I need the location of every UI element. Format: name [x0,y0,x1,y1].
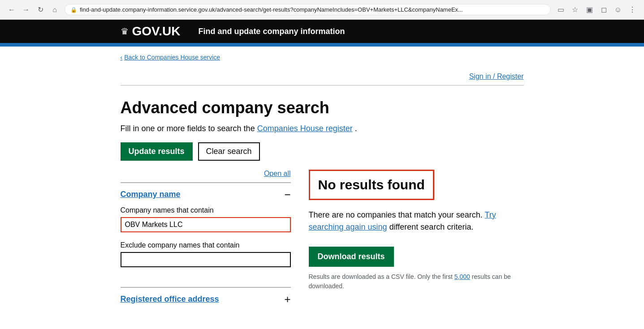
company-name-accordion-header[interactable]: Company name − [121,188,291,201]
service-name: Find and update company information [198,27,345,36]
url-text: find-and-update.company-information.serv… [80,6,463,13]
company-name-contains-input[interactable] [121,217,291,232]
registered-office-title: Registered office address [121,295,219,304]
address-bar[interactable]: 🔒 find-and-update.company-information.se… [65,4,551,15]
update-results-button[interactable]: Update results [121,142,193,161]
back-link[interactable]: ‹ Back to Companies House service [121,54,220,61]
clear-search-button[interactable]: Clear search [198,142,260,161]
profile-icon[interactable]: ☺ [612,4,624,16]
company-name-accordion: Company name − Company names that contai… [121,182,291,287]
govuk-logo-text: GOV.UK [132,24,181,38]
forward-button[interactable]: → [20,4,32,16]
download-info: Results are downloaded as a CSV file. On… [309,272,524,291]
action-buttons: Update results Clear search [121,142,524,161]
two-col-layout: Open all Company name − Company names th… [121,170,524,311]
extension-icon[interactable]: ▣ [583,4,596,16]
page-title: Advanced company search [121,99,524,117]
registered-office-accordion: Registered office address + [121,287,291,311]
menu-icon[interactable]: ⋮ [626,4,639,16]
companies-house-register-link[interactable]: Companies House register [257,124,353,133]
browser-chrome: ← → ↻ ⌂ 🔒 find-and-update.company-inform… [0,0,644,20]
blue-bar [0,43,644,47]
no-results-title: No results found [318,177,425,192]
bookmark-icon[interactable]: ☆ [569,4,581,16]
window-icon[interactable]: ◻ [597,4,610,16]
registered-office-toggle[interactable]: + [284,293,290,306]
company-name-exclude-input[interactable] [121,252,291,267]
no-results-box: No results found [309,170,434,200]
crown-icon: ♛ [121,26,129,37]
cast-icon[interactable]: ▭ [554,4,567,16]
download-results-button[interactable]: Download results [309,247,394,267]
top-nav: Sign in / Register [121,68,524,85]
sign-in-link[interactable]: Sign in / Register [469,73,524,81]
registered-office-header[interactable]: Registered office address + [121,293,291,306]
home-button[interactable]: ⌂ [48,4,61,16]
reload-button[interactable]: ↻ [34,4,47,16]
company-name-content: Company names that contain Exclude compa… [121,201,291,282]
company-name-title: Company name [121,190,181,199]
open-all-link[interactable]: Open all [264,170,291,178]
back-button[interactable]: ← [5,4,18,16]
back-link-container: ‹ Back to Companies House service [121,47,524,68]
exclude-label: Exclude company names that contain [121,241,291,249]
left-column: Open all Company name − Company names th… [121,170,291,311]
contains-label: Company names that contain [121,206,291,214]
govuk-logo-link[interactable]: ♛ GOV.UK [121,24,181,38]
page-description: Fill in one or more fields to search the… [121,124,524,133]
page-title-section: Advanced company search Fill in one or m… [121,85,524,142]
browser-actions: ▭ ☆ ▣ ◻ ☺ ⋮ [554,4,639,16]
open-all-container: Open all [121,170,291,178]
browser-nav-buttons: ← → ↻ ⌂ [5,4,61,16]
company-name-exclude-group: Exclude company names that contain [121,241,291,267]
chevron-left-icon: ‹ [121,54,123,61]
govuk-header: ♛ GOV.UK Find and update company informa… [0,20,644,43]
lock-icon: 🔒 [70,7,77,13]
no-results-text: There are no companies that match your s… [309,209,524,233]
results-count-link[interactable]: 5,000 [454,273,470,280]
company-name-contains-group: Company names that contain [121,206,291,232]
right-column: No results found There are no companies … [309,170,524,311]
company-name-toggle[interactable]: − [284,188,290,201]
